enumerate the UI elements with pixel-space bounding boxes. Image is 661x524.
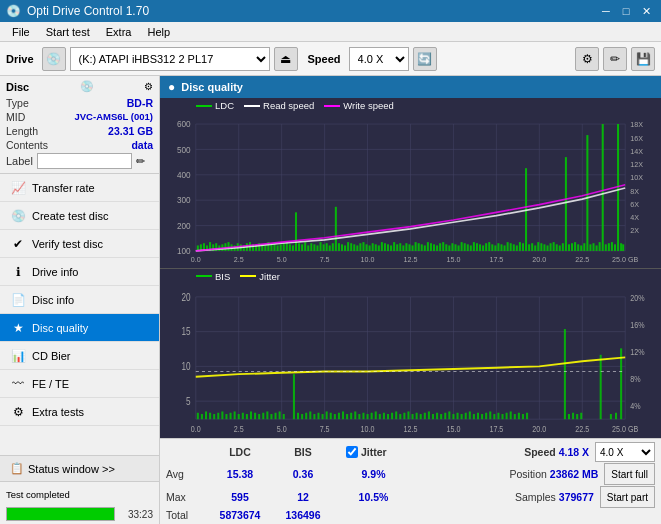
svg-rect-263 — [375, 411, 377, 419]
svg-rect-123 — [439, 243, 441, 251]
svg-rect-168 — [577, 244, 579, 251]
svg-rect-173 — [592, 243, 594, 251]
svg-rect-266 — [387, 414, 389, 419]
svg-rect-132 — [467, 244, 469, 251]
menu-file[interactable]: File — [4, 24, 38, 40]
svg-rect-180 — [614, 244, 616, 251]
drive-select[interactable]: (K:) ATAPI iHBS312 2 PL17 — [70, 47, 270, 71]
speed-select-stats[interactable]: 4.0 X — [595, 442, 655, 462]
refresh-icon[interactable]: 🔄 — [413, 47, 437, 71]
svg-rect-150 — [522, 243, 524, 251]
svg-rect-283 — [457, 412, 459, 418]
chart1-svg-container: 600 500 400 300 200 100 18X 16X 14X 12X … — [160, 113, 661, 268]
ldc-legend-label: LDC — [215, 100, 234, 111]
svg-rect-129 — [458, 245, 460, 251]
chart1-svg: 600 500 400 300 200 100 18X 16X 14X 12X … — [160, 113, 661, 268]
maximize-button[interactable]: □ — [617, 2, 635, 20]
titlebar-title: 💿 Opti Drive Control 1.70 — [6, 4, 149, 18]
svg-text:4%: 4% — [630, 401, 640, 411]
svg-rect-153 — [531, 243, 533, 251]
svg-text:2.5: 2.5 — [234, 424, 244, 434]
svg-text:500: 500 — [177, 144, 191, 154]
extra-tests-icon: ⚙ — [10, 404, 26, 420]
fe-te-label: FE / TE — [32, 378, 69, 390]
svg-rect-166 — [571, 243, 573, 251]
svg-rect-118 — [424, 245, 426, 251]
edit-icon[interactable]: ✏ — [603, 47, 627, 71]
svg-rect-162 — [559, 245, 561, 251]
svg-rect-157 — [543, 244, 545, 251]
sidebar-item-extra-tests[interactable]: ⚙ Extra tests — [0, 398, 159, 426]
start-part-button[interactable]: Start part — [600, 486, 655, 508]
svg-rect-134 — [473, 242, 475, 251]
svg-rect-76 — [295, 212, 297, 251]
svg-rect-106 — [387, 244, 389, 251]
sidebar-item-disc-info[interactable]: 📄 Disc info — [0, 286, 159, 314]
svg-rect-293 — [497, 412, 499, 418]
label-edit-icon[interactable]: ✏ — [136, 155, 145, 168]
svg-rect-279 — [440, 414, 442, 419]
drive-info-icon: ℹ — [10, 264, 26, 280]
jitter-legend: Jitter — [240, 271, 280, 282]
stats-header-row: LDC BIS Jitter Speed 4.18 X 4.0 X — [166, 442, 655, 462]
svg-rect-80 — [307, 245, 309, 251]
drive-label: Drive — [6, 53, 34, 65]
svg-rect-282 — [452, 414, 454, 419]
sidebar-item-fe-te[interactable]: 〰 FE / TE — [0, 370, 159, 398]
svg-rect-237 — [262, 412, 264, 418]
svg-text:10.0: 10.0 — [361, 424, 375, 434]
svg-rect-273 — [416, 412, 418, 418]
svg-rect-172 — [589, 244, 591, 251]
sidebar-item-verify-test-disc[interactable]: ✔ Verify test disc — [0, 230, 159, 258]
jitter-checkbox[interactable] — [346, 446, 358, 458]
sidebar-item-cd-bier[interactable]: 📊 CD Bier — [0, 342, 159, 370]
svg-rect-253 — [334, 414, 336, 419]
menubar: File Start test Extra Help — [0, 22, 661, 42]
sidebar-item-drive-info[interactable]: ℹ Drive info — [0, 258, 159, 286]
svg-rect-77 — [298, 243, 300, 251]
svg-rect-152 — [528, 244, 530, 251]
progress-time: 33:23 — [119, 509, 153, 520]
svg-text:10: 10 — [182, 361, 191, 372]
save-icon[interactable]: 💾 — [631, 47, 655, 71]
jitter-legend-label: Jitter — [259, 271, 280, 282]
total-label: Total — [166, 509, 206, 521]
menu-start-test[interactable]: Start test — [38, 24, 98, 40]
svg-rect-79 — [304, 242, 306, 251]
svg-rect-268 — [395, 411, 397, 419]
speed-select[interactable]: 4.0 X — [349, 47, 409, 71]
disc-contents-label: Contents — [6, 139, 48, 151]
svg-rect-292 — [493, 414, 495, 419]
max-label: Max — [166, 491, 206, 503]
svg-rect-68 — [270, 244, 272, 251]
bis-legend-label: BIS — [215, 271, 230, 282]
svg-rect-93 — [347, 242, 349, 251]
settings-icon[interactable]: ⚙ — [575, 47, 599, 71]
svg-rect-256 — [346, 414, 348, 419]
avg-label: Avg — [166, 468, 206, 480]
svg-rect-229 — [230, 412, 232, 418]
status-window-button[interactable]: 📋 Status window >> — [0, 455, 159, 481]
content-area: ● Disc quality LDC Read speed Write spee… — [160, 76, 661, 524]
speed-header: Speed 4.18 X — [524, 446, 589, 458]
menu-help[interactable]: Help — [139, 24, 178, 40]
sidebar-item-create-test-disc[interactable]: 💿 Create test disc — [0, 202, 159, 230]
minimize-button[interactable]: ─ — [597, 2, 615, 20]
svg-text:5: 5 — [186, 396, 191, 407]
menu-extra[interactable]: Extra — [98, 24, 140, 40]
svg-rect-246 — [305, 412, 307, 418]
sidebar-item-transfer-rate[interactable]: 📈 Transfer rate — [0, 174, 159, 202]
disc-label-input[interactable] — [37, 153, 132, 169]
svg-rect-223 — [205, 411, 207, 419]
svg-rect-288 — [477, 412, 479, 418]
svg-rect-308 — [615, 412, 617, 418]
sidebar-item-disc-quality[interactable]: ★ Disc quality — [0, 314, 159, 342]
start-full-button[interactable]: Start full — [604, 463, 655, 485]
svg-rect-83 — [316, 245, 318, 251]
svg-text:0.0: 0.0 — [191, 255, 201, 264]
eject-icon[interactable]: ⏏ — [274, 47, 298, 71]
svg-rect-135 — [476, 243, 478, 251]
disc-quality-title: Disc quality — [181, 81, 243, 93]
svg-rect-303 — [572, 412, 574, 418]
close-button[interactable]: ✕ — [637, 2, 655, 20]
